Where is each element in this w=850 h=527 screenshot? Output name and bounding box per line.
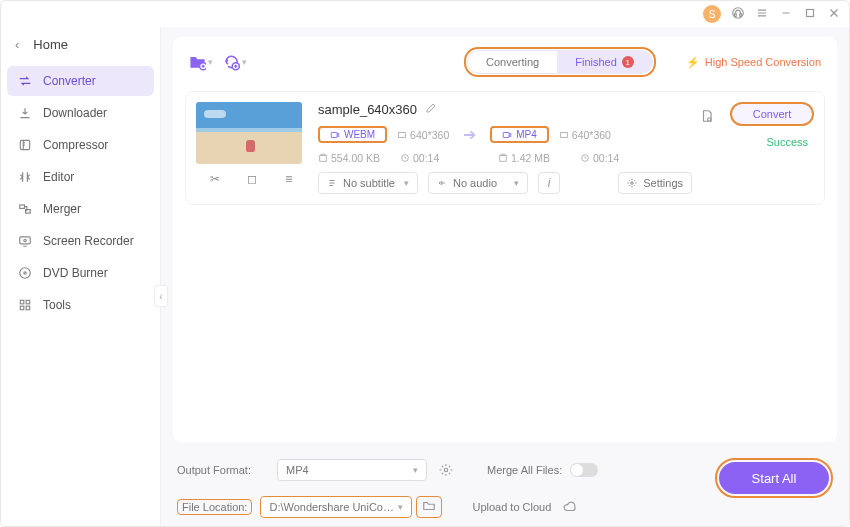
svg-rect-11 — [20, 205, 25, 209]
chevron-down-icon: ▾ — [404, 178, 409, 188]
open-folder-highlight — [416, 496, 442, 518]
open-folder-button[interactable] — [421, 498, 437, 514]
sidebar-item-downloader[interactable]: Downloader — [7, 98, 154, 128]
svg-rect-25 — [503, 132, 509, 137]
chevron-down-icon: ▾ — [398, 502, 403, 512]
sidebar: ‹ Home Converter Downloader Compressor — [1, 27, 161, 526]
close-button[interactable] — [827, 6, 841, 23]
target-size: 1.42 MB — [498, 152, 570, 164]
sidebar-item-dvd-burner[interactable]: DVD Burner — [7, 258, 154, 288]
target-duration: 00:14 — [580, 152, 632, 164]
recorder-icon — [17, 234, 33, 248]
footer-bar: Output Format: MP4 ▾ Merge All Files: St… — [173, 442, 837, 520]
file-row: ✂ ◻ ≡ sample_640x360 WEBM 640*360 — [185, 91, 825, 205]
minimize-button[interactable] — [779, 6, 793, 23]
tab-segmented-control: Converting Finished 1 — [467, 50, 653, 74]
high-speed-link[interactable]: ⚡ High Speed Conversion — [686, 56, 821, 69]
source-size: 554.00 KB — [318, 152, 390, 164]
convert-button[interactable]: Convert — [730, 102, 814, 126]
sidebar-item-tools[interactable]: Tools — [7, 290, 154, 320]
sidebar-item-screen-recorder[interactable]: Screen Recorder — [7, 226, 154, 256]
svg-rect-17 — [20, 300, 24, 304]
start-all-label: Start All — [752, 471, 797, 486]
user-avatar[interactable]: S — [703, 5, 721, 23]
maximize-button[interactable] — [803, 6, 817, 23]
edit-name-icon[interactable] — [425, 102, 437, 117]
crop-icon[interactable]: ◻ — [243, 170, 261, 188]
trim-icon[interactable]: ✂ — [206, 170, 224, 188]
source-format-badge[interactable]: WEBM — [318, 126, 387, 143]
menu-icon[interactable] — [755, 6, 769, 23]
sidebar-label: Downloader — [43, 106, 107, 120]
editor-icon — [17, 170, 33, 184]
badge-text: MP4 — [516, 129, 537, 140]
audio-value: No audio — [453, 177, 497, 189]
output-format-value: MP4 — [286, 464, 309, 476]
target-format-badge[interactable]: MP4 — [490, 126, 549, 143]
tab-finished[interactable]: Finished 1 — [557, 51, 652, 73]
sidebar-item-merger[interactable]: Merger — [7, 194, 154, 224]
merge-toggle[interactable] — [570, 463, 598, 477]
sidebar-label: Converter — [43, 74, 96, 88]
svg-point-29 — [631, 182, 634, 185]
settings-button[interactable]: Settings — [618, 172, 692, 194]
tab-label: Converting — [486, 56, 539, 68]
chevron-down-icon: ▾ — [413, 465, 418, 475]
content-card: ▾ ▾ Converting Finished 1 — [173, 37, 837, 442]
source-duration: 00:14 — [400, 152, 452, 164]
svg-point-31 — [444, 468, 448, 472]
tab-label: Finished — [575, 56, 617, 68]
merge-label: Merge All Files: — [487, 464, 562, 476]
svg-point-30 — [708, 118, 712, 122]
card-header: ▾ ▾ Converting Finished 1 — [173, 37, 837, 85]
app-window: S ‹ Home Converter Downloader — [0, 0, 850, 527]
add-url-button[interactable]: ▾ — [223, 50, 247, 74]
svg-rect-26 — [560, 132, 567, 137]
svg-rect-2 — [740, 13, 742, 16]
sidebar-label: Compressor — [43, 138, 108, 152]
title-bar: S — [1, 1, 849, 27]
info-button[interactable]: i — [538, 172, 560, 194]
svg-rect-13 — [20, 237, 31, 244]
file-location-highlight: D:\Wondershare UniConverter 1 ▾ — [260, 496, 412, 518]
cloud-icon[interactable] — [559, 496, 581, 518]
tab-finished-highlight: Converting Finished 1 — [464, 47, 656, 77]
chevron-left-icon: ‹ — [15, 37, 19, 52]
thumbnail-tools: ✂ ◻ ≡ — [196, 170, 306, 188]
video-thumbnail[interactable] — [196, 102, 302, 164]
output-settings-icon[interactable] — [435, 459, 457, 481]
download-icon — [17, 106, 33, 120]
sidebar-label: Tools — [43, 298, 71, 312]
chevron-down-icon: ▾ — [208, 57, 213, 67]
home-label: Home — [33, 37, 68, 52]
subtitle-select[interactable]: No subtitle ▾ — [318, 172, 418, 194]
file-settings-icon[interactable] — [700, 109, 714, 126]
collapse-sidebar-button[interactable]: ‹ — [154, 285, 168, 307]
effects-icon[interactable]: ≡ — [281, 170, 296, 188]
output-format-select[interactable]: MP4 ▾ — [277, 459, 427, 481]
sidebar-label: Screen Recorder — [43, 234, 134, 248]
target-dimensions: 640*360 — [559, 129, 611, 141]
start-all-button[interactable]: Start All — [719, 462, 829, 494]
badge-text: WEBM — [344, 129, 375, 140]
sidebar-label: DVD Burner — [43, 266, 108, 280]
sidebar-item-editor[interactable]: Editor — [7, 162, 154, 192]
tab-converting[interactable]: Converting — [468, 51, 557, 73]
svg-rect-18 — [26, 300, 30, 304]
home-link[interactable]: ‹ Home — [1, 27, 160, 66]
file-location-select[interactable]: D:\Wondershare UniConverter 1 ▾ — [261, 497, 411, 517]
status-text: Success — [766, 136, 808, 148]
svg-rect-24 — [399, 132, 406, 137]
high-speed-label: High Speed Conversion — [705, 56, 821, 68]
svg-point-14 — [24, 239, 26, 241]
add-file-button[interactable]: ▾ — [189, 50, 213, 74]
sidebar-label: Merger — [43, 202, 81, 216]
bolt-icon: ⚡ — [686, 56, 700, 69]
svg-rect-19 — [20, 306, 24, 310]
audio-select[interactable]: No audio ▾ — [428, 172, 528, 194]
support-icon[interactable] — [731, 6, 745, 23]
sidebar-item-converter[interactable]: Converter — [7, 66, 154, 96]
empty-area — [173, 211, 837, 442]
arrow-right-icon: ➔ — [463, 125, 476, 144]
sidebar-item-compressor[interactable]: Compressor — [7, 130, 154, 160]
